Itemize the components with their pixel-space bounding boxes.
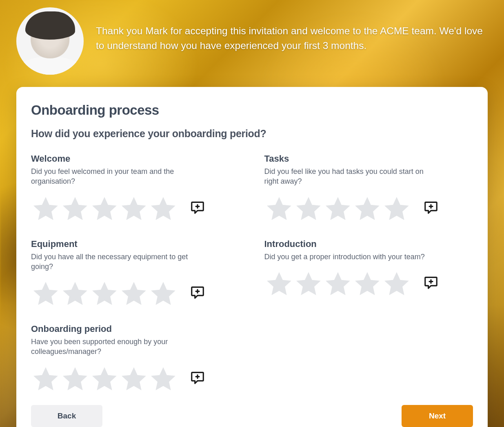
page-subtitle: How did you experience your onboarding p… <box>31 128 473 140</box>
star-icon[interactable] <box>119 364 149 394</box>
question-welcome: Welcome Did you feel welcomed in your te… <box>31 153 240 223</box>
rating-row <box>264 269 473 298</box>
question-title: Introduction <box>264 239 473 249</box>
add-comment-icon[interactable] <box>189 199 206 216</box>
star-icon[interactable] <box>382 269 411 298</box>
star-icon[interactable] <box>149 279 178 308</box>
question-title: Welcome <box>31 153 240 164</box>
star-rating <box>264 269 411 298</box>
add-comment-icon[interactable] <box>189 284 206 300</box>
star-icon[interactable] <box>90 279 119 308</box>
question-description: Did you feel welcomed in your team and t… <box>31 167 194 187</box>
rating-row <box>31 279 240 308</box>
add-comment-icon[interactable] <box>423 274 439 291</box>
star-rating <box>31 364 178 394</box>
star-icon[interactable] <box>90 364 119 394</box>
question-description: Have you been supported enough by your c… <box>31 337 194 357</box>
star-icon[interactable] <box>294 194 323 223</box>
rating-row <box>31 364 240 394</box>
header: Thank you Mark for accepting this invita… <box>0 0 504 75</box>
page-title: Onboarding process <box>31 102 473 118</box>
star-icon[interactable] <box>323 269 353 298</box>
star-icon[interactable] <box>60 279 90 308</box>
star-icon[interactable] <box>60 364 90 394</box>
rating-row <box>264 194 473 223</box>
welcome-message: Thank you Mark for accepting this invita… <box>96 7 488 53</box>
question-tasks: Tasks Did you feel like you had tasks yo… <box>264 153 473 223</box>
survey-card: Onboarding process How did you experienc… <box>16 87 488 427</box>
footer-nav: Back Next <box>31 405 473 427</box>
next-button[interactable]: Next <box>402 405 473 427</box>
add-comment-icon[interactable] <box>189 369 206 386</box>
star-icon[interactable] <box>31 194 60 223</box>
star-rating <box>31 279 178 308</box>
star-icon[interactable] <box>31 279 60 308</box>
question-description: Did you feel like you had tasks you coul… <box>264 167 428 187</box>
star-icon[interactable] <box>119 194 149 223</box>
add-comment-icon[interactable] <box>423 199 439 216</box>
star-rating <box>31 194 178 223</box>
question-title: Tasks <box>264 153 473 164</box>
star-rating <box>264 194 411 223</box>
star-icon[interactable] <box>264 194 294 223</box>
question-grid: Welcome Did you feel welcomed in your te… <box>31 153 473 394</box>
avatar <box>16 7 84 75</box>
star-icon[interactable] <box>60 194 90 223</box>
back-button[interactable]: Back <box>31 405 102 427</box>
star-icon[interactable] <box>31 364 60 394</box>
question-equipment: Equipment Did you have all the necessary… <box>31 239 240 309</box>
question-description: Did you have all the necessary equipment… <box>31 252 194 272</box>
avatar-image <box>16 7 84 75</box>
star-icon[interactable] <box>149 364 178 394</box>
question-title: Onboarding period <box>31 324 240 334</box>
question-title: Equipment <box>31 239 240 249</box>
question-description: Did you get a proper introduction with y… <box>264 252 428 262</box>
star-icon[interactable] <box>264 269 294 298</box>
star-icon[interactable] <box>323 194 353 223</box>
star-icon[interactable] <box>119 279 149 308</box>
star-icon[interactable] <box>149 194 178 223</box>
question-onboarding-period: Onboarding period Have you been supporte… <box>31 324 240 394</box>
star-icon[interactable] <box>353 194 382 223</box>
rating-row <box>31 194 240 223</box>
star-icon[interactable] <box>90 194 119 223</box>
star-icon[interactable] <box>353 269 382 298</box>
star-icon[interactable] <box>294 269 323 298</box>
question-introduction: Introduction Did you get a proper introd… <box>264 239 473 309</box>
star-icon[interactable] <box>382 194 411 223</box>
